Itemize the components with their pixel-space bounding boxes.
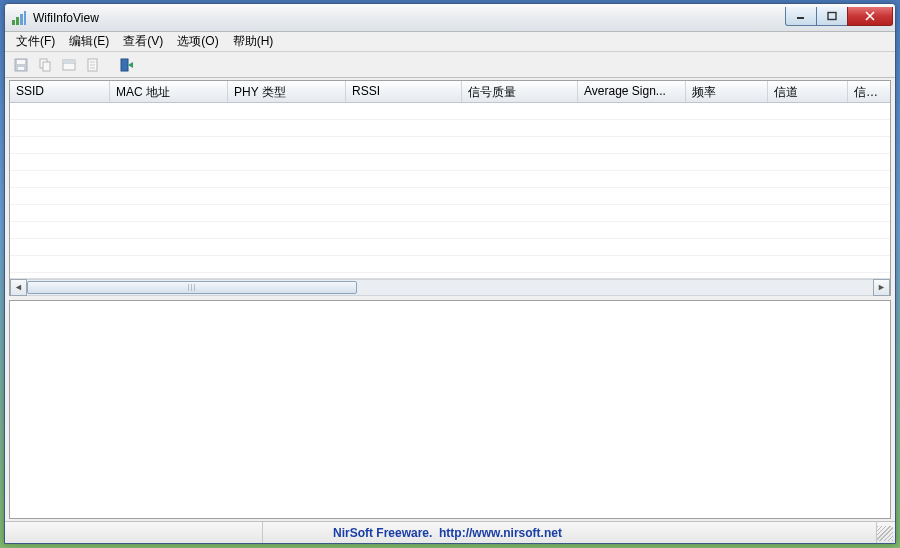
- menu-file[interactable]: 文件(F): [9, 31, 62, 52]
- svg-rect-1: [16, 17, 19, 25]
- menu-view[interactable]: 查看(V): [116, 31, 170, 52]
- horizontal-scrollbar[interactable]: ◄ ►: [10, 278, 890, 295]
- app-window: WifiInfoView 文件(F) 编辑(E) 查看(V) 选项(O) 帮助(…: [4, 3, 896, 544]
- menu-options[interactable]: 选项(O): [170, 31, 225, 52]
- status-text-2: http://www.nirsoft.net: [436, 526, 562, 540]
- svg-rect-8: [18, 67, 24, 70]
- toolbar: [5, 52, 895, 78]
- scroll-thumb[interactable]: [27, 281, 357, 294]
- col-channel[interactable]: 信道: [768, 81, 848, 102]
- svg-rect-7: [17, 60, 25, 64]
- menubar: 文件(F) 编辑(E) 查看(V) 选项(O) 帮助(H): [5, 32, 895, 52]
- statusbar: NirSoft Freeware. http://www.nirsoft.net: [5, 521, 895, 543]
- save-icon[interactable]: [11, 55, 31, 75]
- chevron-right-icon: ►: [877, 283, 886, 292]
- menu-edit[interactable]: 编辑(E): [62, 31, 116, 52]
- svg-rect-10: [43, 62, 50, 71]
- status-text-1: NirSoft Freeware.: [333, 526, 436, 540]
- col-infosize[interactable]: 信息大小: [848, 81, 890, 102]
- app-icon: [11, 10, 27, 26]
- table-header: SSID MAC 地址 PHY 类型 RSSI 信号质量 Average Sig…: [10, 81, 890, 103]
- close-button[interactable]: [847, 7, 893, 26]
- exit-icon[interactable]: [117, 55, 137, 75]
- svg-rect-2: [20, 14, 23, 25]
- col-phy[interactable]: PHY 类型: [228, 81, 346, 102]
- scroll-track[interactable]: [27, 279, 873, 296]
- svg-rect-4: [797, 17, 804, 19]
- refresh-icon[interactable]: [83, 55, 103, 75]
- titlebar[interactable]: WifiInfoView: [5, 4, 895, 32]
- table-body[interactable]: [10, 103, 890, 278]
- col-ssid[interactable]: SSID: [10, 81, 110, 102]
- svg-rect-5: [828, 13, 836, 20]
- chevron-left-icon: ◄: [14, 283, 23, 292]
- status-credit: NirSoft Freeware. http://www.nirsoft.net: [263, 522, 877, 543]
- col-freq[interactable]: 频率: [686, 81, 768, 102]
- detail-pane[interactable]: [9, 300, 891, 519]
- svg-rect-13: [63, 60, 75, 63]
- maximize-button[interactable]: [816, 7, 848, 26]
- menu-help[interactable]: 帮助(H): [226, 31, 281, 52]
- properties-icon[interactable]: [59, 55, 79, 75]
- minimize-button[interactable]: [785, 7, 817, 26]
- svg-rect-18: [121, 59, 128, 71]
- svg-rect-3: [24, 11, 26, 25]
- resize-grip-icon[interactable]: [877, 526, 893, 541]
- wifi-list-pane: SSID MAC 地址 PHY 类型 RSSI 信号质量 Average Sig…: [9, 80, 891, 296]
- col-avgsignal[interactable]: Average Sign...: [578, 81, 686, 102]
- svg-rect-0: [12, 20, 15, 25]
- scroll-left-button[interactable]: ◄: [10, 279, 27, 296]
- status-cell-left: [5, 522, 263, 543]
- content-area: SSID MAC 地址 PHY 类型 RSSI 信号质量 Average Sig…: [9, 80, 891, 519]
- col-quality[interactable]: 信号质量: [462, 81, 578, 102]
- copy-icon[interactable]: [35, 55, 55, 75]
- col-rssi[interactable]: RSSI: [346, 81, 462, 102]
- window-title: WifiInfoView: [33, 11, 786, 25]
- scroll-right-button[interactable]: ►: [873, 279, 890, 296]
- window-controls: [786, 7, 893, 26]
- col-mac[interactable]: MAC 地址: [110, 81, 228, 102]
